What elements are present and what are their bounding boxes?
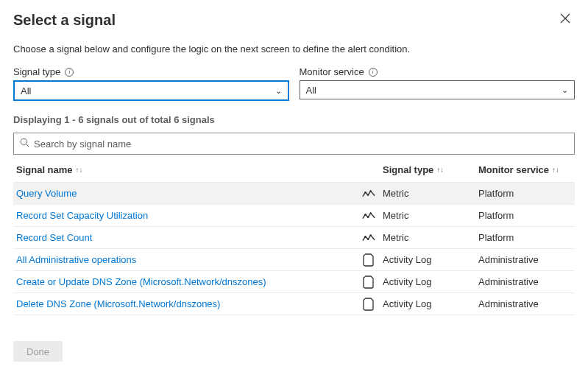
sort-icon: ↑↓: [552, 166, 559, 174]
metric-icon: [355, 211, 383, 221]
signal-type-value: All: [21, 85, 31, 96]
column-header-name[interactable]: Signal name ↑↓: [16, 164, 355, 175]
signal-type-label: Signal type: [13, 66, 60, 77]
svg-point-8: [364, 235, 366, 237]
signal-type-cell: Activity Log: [383, 276, 431, 287]
info-icon[interactable]: i: [65, 68, 74, 77]
table-row[interactable]: Record Set Capacity UtilizationMetricPla…: [13, 205, 575, 227]
chevron-down-icon: ⌄: [562, 85, 568, 95]
search-box[interactable]: [13, 133, 575, 155]
signal-type-cell: Activity Log: [383, 254, 431, 265]
done-button[interactable]: Done: [13, 341, 63, 362]
signal-name-link[interactable]: Record Set Count: [16, 232, 92, 243]
info-icon[interactable]: i: [369, 68, 378, 77]
sort-icon: ↑↓: [436, 166, 444, 174]
search-input[interactable]: [34, 138, 568, 150]
column-type-label: Signal type: [383, 164, 433, 175]
svg-point-9: [367, 238, 369, 240]
signal-type-cell: Metric: [383, 188, 408, 199]
svg-line-1: [26, 144, 29, 147]
activity-log-icon: [355, 276, 383, 289]
table-row[interactable]: All Administrative operationsActivity Lo…: [13, 249, 575, 271]
column-header-type[interactable]: Signal type ↑↓: [383, 164, 478, 175]
svg-point-10: [369, 234, 372, 236]
signal-name-link[interactable]: Delete DNS Zone (Microsoft.Network/dnszo…: [16, 298, 220, 309]
signal-type-cell: Metric: [383, 232, 408, 243]
svg-point-2: [364, 191, 366, 193]
activity-log-icon: [355, 253, 383, 267]
table-row[interactable]: Query VolumeMetricPlatform: [13, 183, 575, 205]
svg-point-6: [367, 216, 369, 218]
signal-name-link[interactable]: Create or Update DNS Zone (Microsoft.Net…: [16, 276, 266, 287]
monitor-service-cell: Platform: [478, 210, 514, 221]
svg-point-4: [369, 190, 372, 192]
monitor-service-cell: Administrative: [478, 254, 539, 265]
signals-table: Signal name ↑↓ Signal type ↑↓ Monitor se…: [13, 158, 575, 315]
signal-name-link[interactable]: Query Volume: [16, 188, 77, 199]
table-row[interactable]: Record Set CountMetricPlatform: [13, 227, 575, 249]
result-count: Displaying 1 - 6 signals out of total 6 …: [13, 114, 575, 125]
metric-icon: [355, 233, 383, 243]
monitor-service-cell: Administrative: [478, 276, 539, 287]
column-name-label: Signal name: [16, 164, 73, 175]
monitor-service-dropdown[interactable]: All ⌄: [300, 80, 575, 99]
svg-point-7: [369, 212, 372, 214]
close-icon: [560, 13, 570, 24]
close-button[interactable]: [556, 12, 575, 28]
monitor-service-label: Monitor service: [300, 66, 364, 77]
dialog-description: Choose a signal below and configure the …: [13, 43, 575, 55]
signal-name-link[interactable]: All Administrative operations: [16, 254, 136, 265]
signal-type-dropdown[interactable]: All ⌄: [13, 80, 289, 101]
svg-point-3: [367, 194, 369, 196]
column-header-service[interactable]: Monitor service ↑↓: [478, 164, 572, 175]
svg-point-0: [21, 138, 26, 144]
search-icon: [20, 138, 29, 150]
chevron-down-icon: ⌄: [275, 86, 282, 96]
signal-type-cell: Metric: [383, 210, 408, 221]
signal-name-link[interactable]: Record Set Capacity Utilization: [16, 210, 148, 221]
sort-icon: ↑↓: [76, 166, 83, 174]
activity-log-icon: [355, 298, 383, 311]
dialog-title: Select a signal: [13, 12, 116, 29]
svg-point-5: [364, 213, 366, 215]
monitor-service-cell: Platform: [478, 232, 514, 243]
metric-icon: [355, 189, 383, 199]
monitor-service-cell: Platform: [478, 188, 514, 199]
monitor-service-value: All: [306, 85, 316, 96]
column-service-label: Monitor service: [478, 164, 549, 175]
monitor-service-cell: Administrative: [478, 298, 539, 309]
table-row[interactable]: Delete DNS Zone (Microsoft.Network/dnszo…: [13, 293, 575, 315]
signal-type-cell: Activity Log: [383, 298, 431, 309]
table-row[interactable]: Create or Update DNS Zone (Microsoft.Net…: [13, 271, 575, 293]
